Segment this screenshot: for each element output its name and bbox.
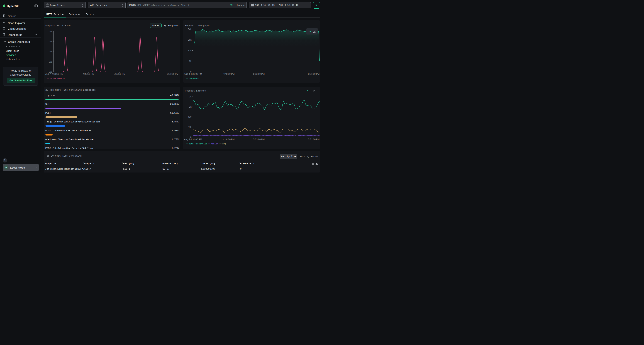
svg-text:4:48:00 PM: 4:48:00 PM bbox=[223, 73, 234, 75]
svg-text:Aug 4 4:31:00 PM: Aug 4 4:31:00 PM bbox=[184, 73, 202, 75]
svg-text:5:03:00 PM: 5:03:00 PM bbox=[114, 73, 125, 75]
svg-text:95th Percentile: 95th Percentile bbox=[188, 143, 207, 145]
svg-text:9k: 9k bbox=[189, 60, 192, 62]
svg-text:0%: 0% bbox=[49, 50, 52, 53]
svg-text:5:03:00 PM: 5:03:00 PM bbox=[253, 138, 264, 140]
svg-text:1k: 1k bbox=[189, 106, 192, 108]
svg-text:Avg: Avg bbox=[222, 143, 226, 145]
svg-text:17k: 17k bbox=[188, 49, 192, 52]
svg-text:4:48:00 PM: 4:48:00 PM bbox=[83, 73, 94, 75]
svg-text:26k: 26k bbox=[188, 39, 192, 41]
svg-text:200: 200 bbox=[188, 126, 192, 128]
svg-text:Error Rate %: Error Rate % bbox=[50, 78, 65, 80]
svg-text:5:03:00 PM: 5:03:00 PM bbox=[253, 73, 264, 75]
svg-text:Aug 4 4:31:00 PM: Aug 4 4:31:00 PM bbox=[45, 73, 63, 75]
svg-text:Median: Median bbox=[211, 143, 218, 145]
svg-text:0%: 0% bbox=[49, 60, 52, 63]
svg-text:Aug 4 4:31:00 PM: Aug 4 4:31:00 PM bbox=[184, 138, 202, 140]
svg-text:Requests: Requests bbox=[189, 78, 198, 80]
svg-text:5:31:00 PM: 5:31:00 PM bbox=[308, 73, 320, 75]
svg-text:4:48:00 PM: 4:48:00 PM bbox=[223, 138, 234, 140]
svg-text:400: 400 bbox=[188, 116, 192, 118]
svg-text:1k: 1k bbox=[189, 95, 192, 98]
svg-text:5:31:00 PM: 5:31:00 PM bbox=[308, 138, 320, 140]
svg-text:5:31:00 PM: 5:31:00 PM bbox=[167, 73, 178, 75]
svg-text:34k: 34k bbox=[188, 28, 192, 30]
svg-text:0%: 0% bbox=[49, 30, 52, 33]
svg-text:0%: 0% bbox=[49, 40, 52, 43]
